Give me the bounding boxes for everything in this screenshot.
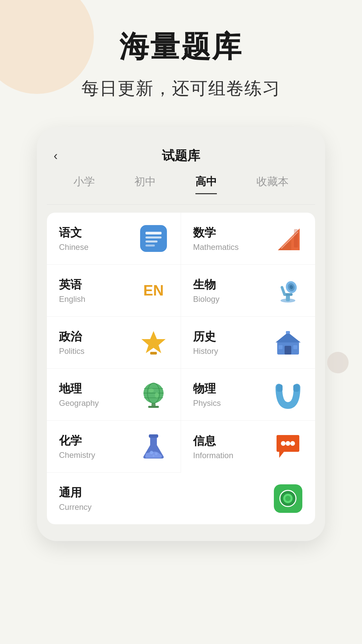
svg-rect-35: [149, 434, 158, 438]
svg-rect-22: [293, 345, 297, 349]
subject-zh-biology: 生物: [193, 277, 220, 292]
subject-cell-english[interactable]: 英语 English EN: [47, 265, 181, 317]
svg-marker-16: [141, 331, 166, 353]
subject-cell-information[interactable]: 信息 Information: [181, 421, 315, 473]
subject-info-chemistry: 化学 Chemistry: [59, 433, 95, 460]
svg-point-38: [153, 455, 155, 457]
svg-rect-2: [145, 236, 162, 238]
subject-cell-history[interactable]: 历史 History: [181, 317, 315, 369]
svg-point-41: [290, 441, 295, 446]
subject-en-biology: Biology: [193, 294, 220, 304]
subject-zh-english: 英语: [59, 277, 85, 292]
subject-cell-chinese[interactable]: 语文 Chinese: [47, 213, 181, 265]
back-button[interactable]: ‹: [54, 149, 58, 163]
chemistry-icon: [138, 431, 169, 462]
history-icon: [273, 327, 303, 358]
subject-en-politics: Politics: [59, 346, 84, 356]
app-header: ‹ 试题库: [47, 141, 315, 174]
subject-en-history: History: [193, 346, 218, 356]
svg-rect-4: [145, 245, 155, 247]
subject-zh-politics: 政治: [59, 329, 84, 344]
subject-info-physics: 物理 Physics: [193, 381, 221, 408]
chinese-icon: [138, 223, 169, 254]
subject-en-chemistry: Chemistry: [59, 450, 95, 460]
subject-grid: 语文 Chinese 数学 Mathematics: [47, 213, 315, 524]
subject-info-biology: 生物 Biology: [193, 277, 220, 304]
svg-point-40: [286, 441, 290, 446]
math-icon: [273, 223, 303, 254]
tab-primary[interactable]: 小学: [73, 174, 95, 194]
subject-en-geography: Geography: [59, 398, 99, 408]
subject-en-physics: Physics: [193, 398, 221, 408]
subject-info-information: 信息 Information: [193, 433, 233, 460]
subject-zh-chemistry: 化学: [59, 433, 95, 448]
sub-title: 每日更新，还可组卷练习: [0, 77, 362, 100]
english-icon: EN: [138, 275, 169, 306]
subject-zh-currency: 通用: [59, 485, 92, 500]
biology-icon: [273, 275, 303, 306]
information-icon: [273, 432, 303, 462]
app-title: 试题库: [162, 147, 200, 164]
subject-zh-chinese: 语文: [59, 225, 88, 240]
main-title: 海量题库: [0, 27, 362, 67]
svg-point-32: [155, 392, 159, 398]
tab-middle[interactable]: 初中: [134, 174, 156, 194]
svg-rect-20: [285, 346, 291, 355]
subject-zh-math: 数学: [193, 225, 239, 240]
subject-cell-physics[interactable]: 物理 Physics: [181, 369, 315, 421]
svg-rect-21: [279, 345, 283, 349]
svg-rect-23: [286, 331, 290, 334]
subject-en-english: English: [59, 294, 85, 304]
svg-rect-25: [148, 406, 159, 408]
subject-zh-geography: 地理: [59, 381, 99, 396]
svg-point-45: [285, 496, 291, 501]
subject-zh-information: 信息: [193, 433, 233, 449]
phone-mockup: ‹ 试题库 小学 初中 高中 收藏本 语文 Chinese: [37, 127, 325, 541]
svg-point-37: [155, 452, 158, 455]
subject-info-currency: 通用 Currency: [59, 485, 92, 512]
subject-en-chinese: Chinese: [59, 243, 88, 252]
geography-icon: [138, 379, 169, 410]
svg-marker-19: [276, 332, 301, 342]
subject-en-currency: Currency: [59, 502, 92, 512]
svg-rect-15: [280, 285, 286, 296]
physics-icon: [273, 379, 303, 410]
politics-icon: [138, 327, 169, 358]
float-button[interactable]: [327, 352, 349, 373]
svg-point-39: [281, 441, 286, 446]
subject-info-chinese: 语文 Chinese: [59, 225, 88, 252]
svg-rect-17: [150, 352, 157, 355]
subject-zh-history: 历史: [193, 329, 218, 344]
subject-info-math: 数学 Mathematics: [193, 225, 239, 252]
svg-point-31: [148, 388, 154, 392]
svg-rect-33: [277, 384, 283, 392]
svg-point-36: [150, 451, 153, 454]
tab-high[interactable]: 高中: [195, 174, 217, 194]
subject-cell-chemistry[interactable]: 化学 Chemistry: [47, 421, 181, 473]
tab-bar: 小学 初中 高中 收藏本: [47, 174, 315, 205]
english-en-text: EN: [139, 276, 168, 305]
subject-en-information: Information: [193, 451, 233, 460]
subject-cell-currency[interactable]: 通用 Currency: [47, 473, 315, 524]
subject-zh-physics: 物理: [193, 381, 221, 396]
subject-info-geography: 地理 Geography: [59, 381, 99, 408]
subject-cell-politics[interactable]: 政治 Politics: [47, 317, 181, 369]
svg-rect-3: [145, 240, 158, 243]
svg-rect-1: [145, 232, 162, 234]
subject-cell-geography[interactable]: 地理 Geography: [47, 369, 181, 421]
subject-info-politics: 政治 Politics: [59, 329, 84, 356]
subject-info-history: 历史 History: [193, 329, 218, 356]
subject-en-math: Mathematics: [193, 243, 239, 252]
svg-rect-34: [293, 384, 299, 392]
subject-cell-math[interactable]: 数学 Mathematics: [181, 213, 315, 265]
currency-icon: [273, 483, 303, 514]
subject-info-english: 英语 English: [59, 277, 85, 304]
subject-cell-biology[interactable]: 生物 Biology: [181, 265, 315, 317]
tab-favorites[interactable]: 收藏本: [256, 174, 289, 194]
